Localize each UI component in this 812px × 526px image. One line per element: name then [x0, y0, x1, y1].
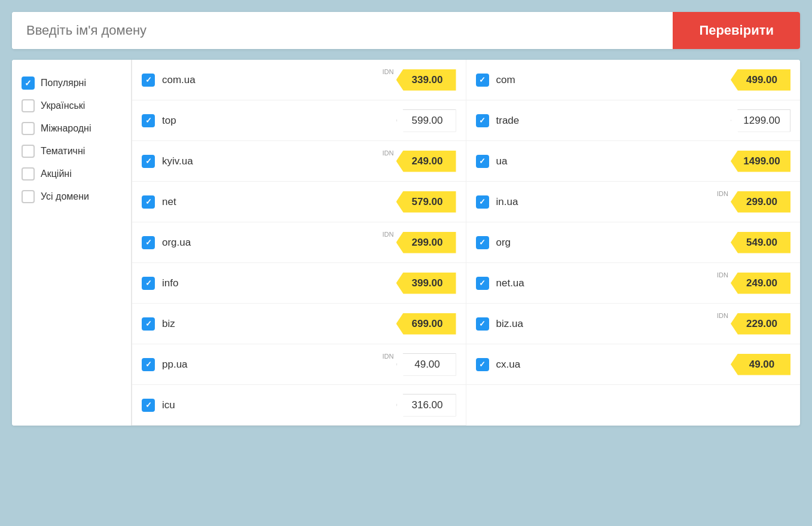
domain-name-org: org — [496, 237, 731, 249]
sidebar-label-thematic: Тематичні — [41, 146, 85, 157]
domain-checkbox-info[interactable] — [142, 277, 155, 290]
domain-checkbox-biz.ua[interactable] — [476, 317, 489, 331]
search-input[interactable] — [12, 12, 673, 49]
idn-badge-org.ua: IDN — [383, 231, 394, 238]
sidebar-label-all: Усі домени — [41, 191, 89, 202]
domain-name-icu: icu — [162, 399, 396, 411]
sidebar-item-thematic[interactable]: Тематичні — [22, 140, 121, 163]
domain-checkbox-cx.ua[interactable] — [476, 358, 489, 371]
price-tag-biz: 699.00 — [396, 313, 456, 335]
domain-cell: com499.00 — [466, 60, 801, 100]
price-tag-kyiv.ua: 249.00 — [396, 151, 456, 172]
checkbox-popular[interactable] — [22, 77, 35, 90]
idn-badge-kyiv.ua: IDN — [383, 149, 394, 157]
idn-badge-biz.ua: IDN — [717, 312, 728, 319]
price-tag-com.ua: 339.00 — [396, 69, 456, 91]
domain-checkbox-pp.ua[interactable] — [142, 358, 155, 371]
domain-checkbox-net.ua[interactable] — [476, 277, 489, 290]
price-tag-cx.ua: 49.00 — [731, 354, 790, 375]
sidebar-item-international[interactable]: Міжнародні — [22, 117, 121, 140]
price-tag-trade: 1299.00 — [731, 109, 790, 132]
domain-name-org.ua: org.ua — [162, 237, 383, 249]
price-tag-icu: 316.00 — [396, 394, 456, 417]
price-tag-ua: 1499.00 — [731, 151, 790, 172]
price-tag-in.ua: 299.00 — [731, 191, 790, 213]
sidebar-item-all[interactable]: Усі домени — [22, 185, 121, 208]
checkbox-thematic[interactable] — [22, 145, 35, 158]
domain-checkbox-net[interactable] — [142, 195, 155, 209]
price-tag-biz.ua: 229.00 — [731, 313, 790, 335]
domain-cell: net579.00 — [132, 182, 466, 222]
sidebar-label-ukrainian: Українські — [41, 100, 85, 111]
domain-name-in.ua: in.ua — [496, 196, 718, 208]
domain-name-kyiv.ua: kyiv.ua — [162, 155, 383, 167]
domain-checkbox-trade[interactable] — [476, 114, 489, 127]
domain-cell: org.uaIDN299.00 — [132, 222, 466, 263]
domain-cell: in.uaIDN299.00 — [466, 182, 801, 222]
sidebar-label-promo: Акційні — [41, 169, 72, 179]
domain-checkbox-in.ua[interactable] — [476, 195, 489, 209]
search-bar: Перевірити — [12, 12, 800, 49]
price-tag-pp.ua: 49.00 — [396, 353, 456, 376]
domain-cell: top599.00 — [132, 100, 466, 141]
domain-name-top: top — [162, 115, 396, 127]
domain-checkbox-com.ua[interactable] — [142, 74, 155, 87]
idn-badge-in.ua: IDN — [717, 190, 728, 197]
domain-cell: cx.ua49.00 — [466, 344, 801, 385]
main-layout: ПопулярніУкраїнськіМіжнародніТематичніАк… — [12, 60, 800, 426]
price-tag-net.ua: 249.00 — [731, 273, 790, 294]
idn-badge-net.ua: IDN — [717, 271, 728, 279]
sidebar-item-popular[interactable]: Популярні — [22, 72, 121, 94]
domains-grid: com.uaIDN339.00com499.00top599.00trade12… — [132, 60, 800, 426]
page-wrapper: Перевірити ПопулярніУкраїнськіМіжнародні… — [0, 0, 812, 526]
checkbox-international[interactable] — [22, 122, 35, 135]
domain-cell: net.uaIDN249.00 — [466, 263, 801, 304]
search-button[interactable]: Перевірити — [673, 12, 800, 49]
checkbox-all[interactable] — [22, 190, 35, 203]
price-tag-info: 399.00 — [396, 273, 456, 294]
price-tag-org.ua: 299.00 — [396, 232, 456, 253]
domain-cell: info399.00 — [132, 263, 466, 304]
domain-cell: org549.00 — [466, 222, 801, 263]
sidebar-label-international: Міжнародні — [41, 123, 91, 134]
sidebar-label-popular: Популярні — [41, 78, 86, 88]
domain-checkbox-com[interactable] — [476, 74, 489, 87]
price-tag-org: 549.00 — [731, 232, 790, 253]
domain-cell: kyiv.uaIDN249.00 — [132, 141, 466, 182]
domain-checkbox-icu[interactable] — [142, 399, 155, 412]
price-tag-com: 499.00 — [731, 69, 790, 91]
domain-checkbox-top[interactable] — [142, 114, 155, 127]
sidebar-item-ukrainian[interactable]: Українські — [22, 94, 121, 117]
domain-name-net.ua: net.ua — [496, 277, 718, 289]
domain-cell: pp.uaIDN49.00 — [132, 344, 466, 385]
domain-name-info: info — [162, 277, 396, 289]
domain-checkbox-org.ua[interactable] — [142, 236, 155, 249]
domain-checkbox-ua[interactable] — [476, 155, 489, 168]
sidebar: ПопулярніУкраїнськіМіжнародніТематичніАк… — [12, 60, 132, 426]
domain-cell: biz699.00 — [132, 304, 466, 344]
domain-name-pp.ua: pp.ua — [162, 359, 383, 371]
checkbox-ukrainian[interactable] — [22, 99, 35, 112]
domain-cell: biz.uaIDN229.00 — [466, 304, 801, 344]
idn-badge-pp.ua: IDN — [383, 353, 394, 360]
domain-cell: com.uaIDN339.00 — [132, 60, 466, 100]
domain-name-biz: biz — [162, 318, 396, 330]
domain-checkbox-biz[interactable] — [142, 317, 155, 331]
price-tag-net: 579.00 — [396, 191, 456, 213]
domain-cell: trade1299.00 — [466, 100, 801, 141]
domain-name-trade: trade — [496, 115, 731, 127]
domain-checkbox-org[interactable] — [476, 236, 489, 249]
domain-cell: icu316.00 — [132, 385, 466, 426]
sidebar-item-promo[interactable]: Акційні — [22, 163, 121, 185]
domain-name-net: net — [162, 196, 396, 208]
checkbox-promo[interactable] — [22, 167, 35, 181]
domain-name-cx.ua: cx.ua — [496, 359, 731, 371]
domain-name-com.ua: com.ua — [162, 74, 383, 86]
idn-badge-com.ua: IDN — [383, 68, 394, 75]
domain-cell: ua1499.00 — [466, 141, 801, 182]
domain-name-biz.ua: biz.ua — [496, 318, 718, 330]
domain-name-com: com — [496, 74, 731, 86]
price-tag-top: 599.00 — [396, 109, 456, 132]
domain-checkbox-kyiv.ua[interactable] — [142, 155, 155, 168]
domain-name-ua: ua — [496, 155, 731, 167]
